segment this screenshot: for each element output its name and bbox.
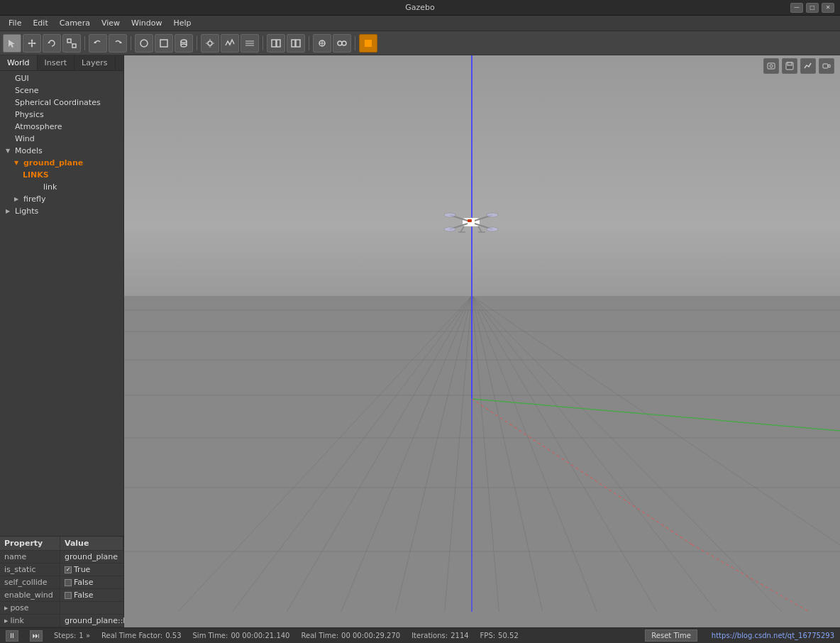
steps-value: 1 »	[79, 632, 90, 639]
tree-label-physics: Physics	[15, 110, 44, 119]
prop-row-name[interactable]: name ground_plane	[0, 551, 123, 564]
tree-item-wind[interactable]: Wind	[0, 133, 123, 145]
save-button[interactable]	[782, 58, 797, 74]
svg-line-56	[472, 296, 840, 612]
svg-line-58	[472, 399, 840, 431]
menu-window[interactable]: Window	[126, 17, 167, 29]
svg-point-67	[487, 213, 498, 217]
app-title: Gazebo	[405, 3, 435, 12]
menu-edit[interactable]: Edit	[27, 17, 53, 29]
orange-box-button[interactable]	[359, 34, 377, 53]
tree-item-firefly[interactable]: ▶ firefly	[0, 193, 123, 205]
reset-time-button[interactable]: Reset Time	[645, 630, 697, 642]
shape1-button[interactable]	[267, 34, 285, 53]
screenshot-button[interactable]	[763, 58, 779, 74]
menu-file[interactable]: File	[3, 17, 27, 29]
rotate-tool-button[interactable]	[43, 34, 61, 53]
svg-rect-13	[160, 40, 167, 47]
svg-line-48	[372, 296, 472, 612]
svg-point-34	[342, 41, 346, 45]
tree-label-scene: Scene	[15, 86, 39, 95]
property-col-header: Property	[0, 537, 60, 550]
box-button[interactable]	[155, 34, 173, 53]
prop-row-is-static[interactable]: is_static ✓ True	[0, 564, 123, 576]
left-panel: World Insert Layers GUI Scene Spherical …	[0, 55, 124, 627]
svg-rect-75	[768, 63, 775, 69]
svg-line-55	[472, 296, 840, 612]
svg-rect-7	[67, 39, 71, 43]
rtf-label: Real Time Factor:	[101, 632, 162, 639]
tree-label-spherical-coordinates: Spherical Coordinates	[15, 98, 101, 107]
tree-item-gui[interactable]: GUI	[0, 72, 123, 84]
chain-button[interactable]	[333, 34, 351, 53]
prop-row-self-collide[interactable]: self_collide False	[0, 576, 123, 589]
sphere-button[interactable]	[135, 34, 153, 53]
svg-line-72	[478, 226, 482, 232]
step-button[interactable]: ⏭	[30, 630, 43, 642]
tab-world[interactable]: World	[0, 55, 38, 70]
steps-section: Steps: 1 »	[54, 632, 90, 639]
mesh1-button[interactable]	[221, 34, 239, 53]
menu-help[interactable]: Help	[167, 17, 197, 29]
is-static-checkbox[interactable]: ✓	[65, 566, 72, 573]
tree-item-link[interactable]: link	[0, 181, 123, 193]
sun-button[interactable]	[201, 34, 219, 53]
svg-marker-81	[828, 65, 830, 67]
svg-point-18	[208, 41, 212, 45]
tree-item-models[interactable]: ▼ Models	[0, 145, 123, 157]
translate-tool-button[interactable]	[23, 34, 41, 53]
title-bar: Gazebo — □ ✕	[0, 0, 840, 16]
shape2-button[interactable]	[287, 34, 305, 53]
svg-point-66	[444, 213, 455, 217]
self-collide-checkbox[interactable]	[65, 579, 72, 586]
close-button[interactable]: ✕	[822, 3, 834, 13]
rtf-value: 0.53	[165, 632, 181, 639]
viewport[interactable]	[124, 55, 840, 627]
property-panel: Property Value name ground_plane is_stat…	[0, 536, 123, 627]
minimize-button[interactable]: —	[790, 3, 803, 13]
svg-rect-27	[277, 40, 280, 47]
tree-item-physics[interactable]: Physics	[0, 109, 123, 121]
svg-point-14	[181, 40, 187, 43]
tree-item-scene[interactable]: Scene	[0, 84, 123, 97]
pause-button[interactable]: ⏸	[6, 630, 18, 642]
prop-row-pose[interactable]: pose	[0, 602, 123, 615]
tab-layers[interactable]: Layers	[74, 55, 115, 70]
tab-insert[interactable]: Insert	[38, 55, 75, 70]
mesh2-button[interactable]	[241, 34, 259, 53]
enable-wind-checkbox[interactable]	[65, 592, 72, 599]
toolbar	[0, 31, 840, 55]
svg-point-33	[338, 41, 342, 45]
prop-row-link[interactable]: link ground_plane::link	[0, 615, 123, 627]
restore-button[interactable]: □	[806, 3, 819, 13]
sim-time-value: 00 00:00:21.140	[231, 632, 289, 639]
undo-button[interactable]	[89, 34, 107, 53]
svg-line-45	[160, 296, 472, 612]
prop-row-enable-wind[interactable]: enable_wind False	[0, 589, 123, 602]
video-button[interactable]	[819, 58, 834, 74]
tree-label-wind: Wind	[15, 134, 35, 143]
joint-button[interactable]	[313, 34, 331, 53]
svg-rect-28	[292, 40, 295, 47]
svg-marker-6	[48, 42, 50, 43]
chart-button[interactable]	[800, 58, 816, 74]
svg-line-9	[71, 43, 72, 44]
scale-tool-button[interactable]	[62, 34, 81, 53]
fps-value: 50.52	[498, 632, 519, 639]
tree-item-lights[interactable]: ▶ Lights	[0, 205, 123, 217]
menu-view[interactable]: View	[96, 17, 126, 29]
tree-item-spherical-coordinates[interactable]: Spherical Coordinates	[0, 97, 123, 109]
svg-line-71	[460, 226, 464, 232]
sky	[124, 55, 840, 296]
cylinder-button[interactable]	[175, 34, 193, 53]
svg-line-59	[472, 399, 692, 544]
menu-camera[interactable]: Camera	[54, 17, 96, 29]
prop-value-name: ground_plane	[60, 551, 123, 563]
tree-item-ground-plane[interactable]: ▼ ground_plane	[0, 157, 123, 169]
tree-item-atmosphere[interactable]: Atmosphere	[0, 121, 123, 133]
select-tool-button[interactable]	[3, 34, 21, 53]
redo-button[interactable]	[109, 34, 127, 53]
tree-label-ground-plane: ground_plane	[23, 158, 83, 167]
svg-point-69	[487, 227, 498, 231]
real-time-section: Real Time: 00 00:00:29.270	[301, 632, 400, 639]
